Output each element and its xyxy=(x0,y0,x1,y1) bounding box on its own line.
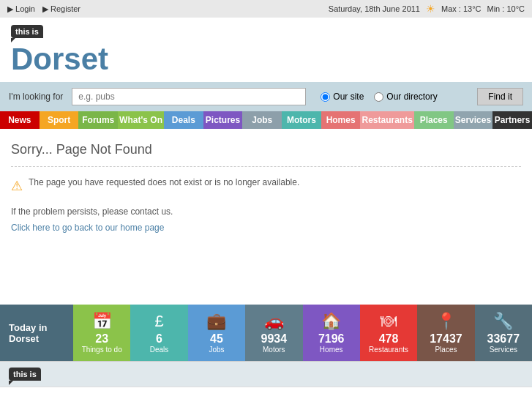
today-label: Today in xyxy=(9,322,64,333)
stats-item-services[interactable]: 🔧 33677 Services xyxy=(475,305,532,361)
search-input[interactable] xyxy=(72,88,306,105)
nav-item-motors[interactable]: Motors xyxy=(282,111,321,129)
stats-item-places[interactable]: 📍 17437 Places xyxy=(417,305,474,361)
things-icon: 📅 xyxy=(92,312,112,331)
top-bar: ▶ Login ▶ Register Saturday, 18th June 2… xyxy=(0,0,532,18)
login-label: Login xyxy=(15,4,35,13)
nav-bar: News Sport Forums What's On Deals Pictur… xyxy=(0,111,532,129)
jobs-count: 45 xyxy=(210,332,223,346)
contact-line1: If the problem persists, please contact … xyxy=(11,204,521,220)
date-display: Saturday, 18th June 2011 xyxy=(329,4,420,13)
jobs-icon: 💼 xyxy=(206,312,226,331)
max-temp: Max : 13°C xyxy=(441,4,482,13)
stats-today: Today in Dorset xyxy=(0,305,73,361)
homes-icon: 🏠 xyxy=(321,312,341,331)
page-not-found-title: Sorry... Page Not Found xyxy=(11,142,521,157)
warning-text: The page you have requested does not exi… xyxy=(29,177,299,187)
login-icon: ▶ xyxy=(7,4,13,13)
today-location: Dorset xyxy=(9,333,64,344)
places-count: 17437 xyxy=(430,332,462,346)
site-title: Dorset xyxy=(11,42,521,76)
weather-icon: ☀ xyxy=(426,3,435,15)
nav-item-news[interactable]: News xyxy=(0,111,40,129)
stats-item-jobs[interactable]: 💼 45 Jobs xyxy=(188,305,245,361)
radio-group: Our site Our directory xyxy=(321,92,437,102)
motors-label: Motors xyxy=(263,346,285,354)
nav-item-partners[interactable]: Partners xyxy=(492,111,532,129)
nav-item-forums[interactable]: Forums xyxy=(78,111,118,129)
services-count: 33677 xyxy=(487,332,520,346)
radio-directory-label: Our directory xyxy=(386,92,437,102)
deals-count: 6 xyxy=(156,332,162,346)
register-label: Register xyxy=(50,4,80,13)
nav-item-services[interactable]: Services xyxy=(454,111,493,129)
warning-icon: ⚠ xyxy=(11,178,23,194)
find-button[interactable]: Find it xyxy=(477,88,523,105)
contact-links: If the problem persists, please contact … xyxy=(11,204,521,236)
motors-icon: 🚗 xyxy=(264,312,284,331)
divider xyxy=(11,166,521,167)
places-label: Places xyxy=(435,346,457,354)
login-link[interactable]: ▶ Login xyxy=(7,4,35,14)
services-label: Services xyxy=(490,346,517,354)
register-link[interactable]: ▶ Register xyxy=(42,4,80,14)
services-icon: 🔧 xyxy=(493,312,513,331)
stats-item-things[interactable]: 📅 23 Things to do xyxy=(73,305,130,361)
restaurants-label: Restaurants xyxy=(369,346,408,354)
motors-count: 9934 xyxy=(261,332,288,346)
min-temp: Min : 10°C xyxy=(487,4,525,13)
deals-label: Deals xyxy=(150,346,169,354)
stats-item-restaurants[interactable]: 🍽 478 Restaurants xyxy=(360,305,417,361)
deals-icon: £ xyxy=(154,312,163,331)
home-link[interactable]: Click here to go back to our home page xyxy=(11,223,164,233)
this-is-badge: this is xyxy=(11,25,43,38)
homes-label: Homes xyxy=(320,346,343,354)
restaurants-icon: 🍽 xyxy=(381,312,397,331)
search-bar: I'm looking for Our site Our directory F… xyxy=(0,82,532,111)
top-bar-right: Saturday, 18th June 2011 ☀ Max : 13°C Mi… xyxy=(329,3,525,15)
nav-item-deals[interactable]: Deals xyxy=(164,111,203,129)
radio-our-site-input[interactable] xyxy=(321,92,330,102)
warning-box: ⚠ The page you have requested does not e… xyxy=(11,177,521,194)
main-content: Sorry... Page Not Found ⚠ The page you h… xyxy=(0,129,532,275)
footer-this-is-badge: this is xyxy=(9,368,41,381)
nav-item-homes[interactable]: Homes xyxy=(321,111,361,129)
search-label: I'm looking for xyxy=(9,92,63,102)
nav-item-pictures[interactable]: Pictures xyxy=(203,111,243,129)
footer-links: About us Here to help Our other sites Ou… xyxy=(0,387,532,399)
logo-area: this is Dorset xyxy=(0,18,532,82)
things-label: Things to do xyxy=(82,346,122,354)
footer-logo-bar: this is xyxy=(0,361,532,387)
radio-directory-input[interactable] xyxy=(374,92,383,102)
radio-directory[interactable]: Our directory xyxy=(374,92,437,102)
register-icon: ▶ xyxy=(42,4,48,13)
jobs-label: Jobs xyxy=(209,346,224,354)
homes-count: 7196 xyxy=(318,332,345,346)
places-icon: 📍 xyxy=(436,312,456,331)
stats-item-motors[interactable]: 🚗 9934 Motors xyxy=(245,305,302,361)
stats-item-homes[interactable]: 🏠 7196 Homes xyxy=(303,305,360,361)
top-bar-left: ▶ Login ▶ Register xyxy=(7,4,80,14)
nav-item-places[interactable]: Places xyxy=(414,111,454,129)
nav-item-restaurants[interactable]: Restaurants xyxy=(360,111,413,129)
restaurants-count: 478 xyxy=(379,332,399,346)
nav-item-whats-on[interactable]: What's On xyxy=(118,111,164,129)
radio-our-site[interactable]: Our site xyxy=(321,92,364,102)
things-count: 23 xyxy=(95,332,108,346)
radio-our-site-label: Our site xyxy=(333,92,364,102)
nav-item-jobs[interactable]: Jobs xyxy=(242,111,282,129)
stats-bar: Today in Dorset 📅 23 Things to do £ 6 De… xyxy=(0,305,532,361)
nav-item-sport[interactable]: Sport xyxy=(40,111,79,129)
stats-item-deals[interactable]: £ 6 Deals xyxy=(130,305,187,361)
